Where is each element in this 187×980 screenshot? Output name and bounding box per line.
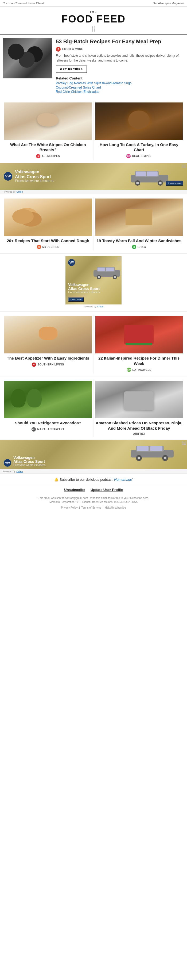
appetizer-bg — [4, 316, 92, 353]
powered-by-1: Powered by — [3, 191, 16, 193]
hero-source-name: FOOD & WINE — [62, 48, 83, 51]
criteo-link-sm-2[interactable]: Criteo — [97, 305, 103, 308]
card-dough[interactable]: 20+ Recipes That Start With Canned Dough… — [3, 197, 94, 251]
top-bar-left-link[interactable]: Coconut-Creamed Swiss Chard — [3, 2, 44, 5]
hero-description: From beef stew and chicken cutlets to co… — [56, 53, 184, 63]
turkey-bg — [95, 102, 183, 140]
terms-link[interactable]: Terms of Service — [81, 506, 101, 509]
podcast-link[interactable]: 'Homemade' — [114, 477, 133, 482]
card-appetizer[interactable]: The Best Appetizer With 2 Easy Ingredien… — [3, 314, 94, 374]
allrecipes-icon: A — [36, 154, 40, 158]
avocado-image — [4, 381, 92, 418]
avocado-source-row: MS MARTHA STEWART — [4, 427, 92, 431]
learn-more-sm-2[interactable]: Learn more — [68, 297, 84, 302]
svg-rect-23 — [150, 446, 162, 451]
hero-content: 53 Big-Batch Recipes For Easy Meal Prep … — [52, 38, 184, 94]
related-link-3[interactable]: Red Chile-Chicken Enchiladas — [56, 90, 184, 94]
dough-source: MYRECIPES — [43, 246, 59, 248]
privacy-policy-link[interactable]: Privacy Policy — [61, 506, 78, 509]
sandwich-image — [95, 199, 183, 236]
turkey-source: REAL SIMPLE — [132, 154, 152, 158]
ad-banner-1-wrap: VW Volkswagen Atlas Cross Sport Excessiv… — [0, 163, 187, 194]
brand-name: FOOD FEED — [0, 14, 187, 25]
card-italian[interactable]: 22 Italian-Inspired Recipes For Dinner T… — [94, 314, 185, 374]
fw-icon: F — [56, 47, 61, 52]
chicken-source-row: A ALLRECIPES — [4, 154, 92, 158]
row-avocado-toaster: Should You Refrigerate Avocados? MS MART… — [0, 376, 187, 440]
italian-source: EATINGWELL — [133, 368, 151, 371]
toaster-source-row: Airfrei — [95, 432, 183, 435]
small-ad-footer-2: Powered by Criteo — [65, 304, 122, 309]
sl-icon: SL — [32, 363, 36, 367]
related-link-1[interactable]: Parsley Egg Noodles With Squash-And-Toma… — [56, 81, 184, 85]
card-turkey[interactable]: How Long To Cook A Turkey, In One Easy C… — [94, 101, 185, 160]
dough-title: 20+ Recipes That Start With Canned Dough — [4, 238, 92, 243]
italian-source-row: EW EATINGWELL — [95, 368, 183, 372]
hero-image-placeholder — [3, 38, 52, 78]
vw-logo-sm-2: VW — [68, 259, 75, 266]
avocado-bg — [4, 381, 92, 418]
card-avocado[interactable]: Should You Refrigerate Avocados? MS MART… — [3, 379, 94, 437]
footer-meta: This email was sent to santos@gmail.com … — [0, 495, 187, 505]
podcast-section: 🔔 Subscribe to our delicious podcast 'Ho… — [0, 474, 187, 485]
svg-point-19 — [138, 457, 140, 459]
ad-d-mark-1: D — [182, 164, 186, 168]
site-header: THE FOOD FEED 🍴 — [0, 7, 187, 35]
ad-footer-1: Powered by Criteo — [0, 190, 187, 194]
ad-text-3: Volkswagen Atlas Cross Sport Excessive w… — [13, 456, 46, 467]
italian-bg — [95, 316, 183, 353]
bottom-ad-footer-3: Powered by Criteo — [0, 469, 187, 474]
update-profile-link[interactable]: Update User Profile — [90, 488, 123, 492]
hero-source-badge: F FOOD & WINE — [56, 47, 184, 52]
svg-rect-14 — [98, 267, 105, 271]
appetizer-source: SOUTHERN LIVING — [37, 363, 64, 366]
hero-title: 53 Big-Batch Recipes For Easy Meal Prep — [56, 38, 184, 45]
criteo-link-3[interactable]: Criteo — [17, 470, 23, 473]
ad-tagline-3: Excessive where it matters. — [13, 464, 46, 466]
bhg-icon: B — [132, 245, 136, 249]
small-ad-2-wrap: VW Volkswagen Atlas Cross Sport Excessiv… — [0, 254, 187, 312]
learn-more-btn-1[interactable]: Learn more — [166, 181, 183, 186]
related-heading: Related Content — [56, 76, 184, 80]
help-link[interactable]: Help/Unsubscribe — [105, 506, 126, 509]
row-chicken-turkey: What Are The White Stripes On Chicken Br… — [0, 98, 187, 163]
row-dough-sandwich: 20+ Recipes That Start With Canned Dough… — [0, 194, 187, 254]
vw-logo-1: VW — [4, 172, 12, 181]
card-chicken[interactable]: What Are The White Stripes On Chicken Br… — [3, 101, 94, 160]
sandwich-bg — [95, 199, 183, 236]
myrecipes-icon: M — [37, 245, 41, 249]
related-content: Related Content Parsley Egg Noodles With… — [56, 76, 184, 94]
appetizer-image — [4, 316, 92, 353]
realsimple-icon: RS — [126, 154, 131, 158]
podcast-text: 🔔 Subscribe to our delicious podcast 'Ho… — [54, 477, 133, 482]
car-svg-1 — [128, 167, 171, 186]
ms-icon: MS — [32, 427, 36, 431]
dough-bg — [4, 199, 92, 236]
unsubscribe-link[interactable]: Unsubscribe — [64, 488, 85, 492]
top-bar-right-link[interactable]: Get Allrecipes Magazine — [152, 2, 184, 5]
vw-logo-3: VW — [4, 459, 11, 466]
get-recipes-button[interactable]: GET RECIPES — [56, 65, 87, 73]
turkey-image — [95, 102, 183, 140]
appetizer-title: The Best Appetizer With 2 Easy Ingredien… — [4, 356, 92, 361]
ad-model-3: Volkswagen Atlas Cross Sport — [13, 456, 46, 464]
card-toaster[interactable]: Amazon Slashed Prices On Nespresso, Ninj… — [94, 379, 185, 437]
ad-text-sm-2: Volkswagen Atlas Cross Sport Excessive w… — [68, 283, 101, 294]
italian-title: 22 Italian-Inspired Recipes For Dinner T… — [95, 356, 183, 366]
related-link-2[interactable]: Coconut-Creamed Swiss Chard — [56, 86, 184, 89]
hero-section: 53 Big-Batch Recipes For Easy Meal Prep … — [0, 35, 187, 98]
italian-image — [95, 316, 183, 353]
card-sandwich[interactable]: 19 Toasty Warm Fall And Winter Sandwiche… — [94, 197, 185, 251]
svg-point-21 — [164, 457, 166, 459]
footer-links: Unsubscribe Update User Profile — [0, 485, 187, 495]
fork-icon: 🍴 — [0, 25, 187, 32]
footer-meta-line1: This email was sent to santos@gmail.com … — [38, 496, 149, 500]
criteo-link-1[interactable]: Criteo — [17, 191, 23, 193]
dough-image — [4, 199, 92, 236]
powered-by-3: Powered by — [3, 470, 16, 473]
svg-point-3 — [136, 182, 139, 185]
svg-rect-22 — [137, 446, 149, 451]
sandwich-source-row: B BH&G — [95, 245, 183, 249]
ad-d-mark-3: D — [182, 441, 186, 445]
footer-meta-line2: Meredith Corporation 1716 Locust Street … — [49, 501, 138, 504]
